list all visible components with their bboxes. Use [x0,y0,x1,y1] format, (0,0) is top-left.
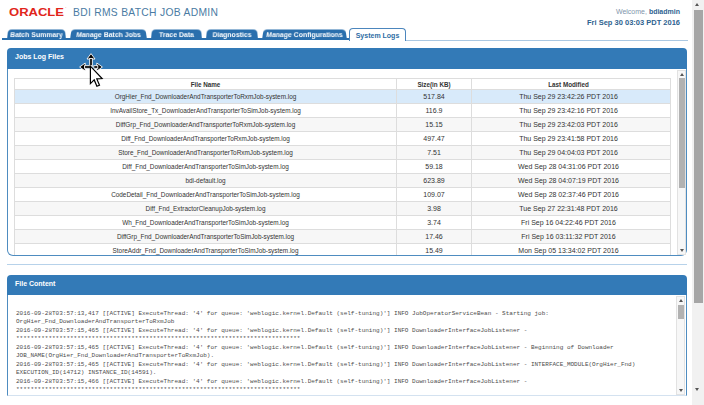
svg-text:ORACLE: ORACLE [9,7,64,18]
svg-text:': ' [66,6,67,11]
